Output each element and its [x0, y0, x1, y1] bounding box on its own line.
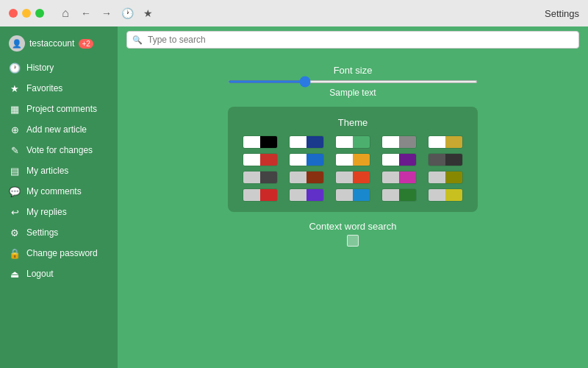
swatch-top-3 [382, 136, 399, 148]
swatch-bottom-17 [353, 189, 370, 201]
swatch-top-7 [336, 154, 353, 166]
sidebar-item-vote-for-changes[interactable]: ✎ Vote for changes [0, 140, 118, 160]
context-toggle[interactable] [347, 235, 359, 247]
swatch-colors-15 [243, 188, 278, 202]
theme-swatch-13[interactable] [378, 171, 420, 184]
swatch-bottom-18 [399, 189, 416, 201]
sample-text: Sample text [329, 88, 376, 98]
swatch-colors-2 [335, 135, 370, 149]
sidebar-item-project-comments[interactable]: ▦ Project comments [0, 99, 118, 119]
context-label: Context word search [309, 221, 396, 232]
settings-title: Settings [545, 8, 579, 19]
swatch-top-8 [382, 154, 399, 166]
swatch-bottom-2 [353, 136, 370, 148]
sidebar-item-settings[interactable]: ⚙ Settings [0, 222, 118, 243]
nav-icons: ⌂ ← → 🕐 ★ [57, 5, 156, 21]
close-button[interactable] [9, 9, 18, 18]
swatch-top-9 [429, 154, 445, 166]
theme-swatch-0[interactable] [240, 135, 282, 149]
theme-label: Theme [338, 117, 368, 128]
sidebar-item-history[interactable]: 🕐 History [0, 57, 118, 78]
sidebar-label-history: History [26, 63, 54, 73]
project-comments-icon: ▦ [9, 103, 21, 115]
search-wrap [126, 31, 579, 49]
theme-swatch-17[interactable] [332, 188, 374, 202]
font-size-slider[interactable] [228, 80, 478, 83]
theme-swatch-6[interactable] [286, 153, 328, 166]
home-icon[interactable]: ⌂ [57, 5, 74, 21]
context-section: Context word search [309, 221, 396, 247]
avatar: 👤 [9, 35, 25, 52]
history-icon[interactable]: 🕐 [119, 5, 135, 21]
sidebar-item-logout[interactable]: ⏏ Logout [0, 263, 118, 284]
user-badge: +2 [79, 39, 93, 49]
theme-swatch-14[interactable] [424, 171, 466, 184]
theme-swatch-18[interactable] [378, 188, 420, 202]
theme-swatch-10[interactable] [240, 171, 282, 184]
sidebar-item-my-replies[interactable]: ↩ My replies [0, 202, 118, 222]
swatch-bottom-12 [353, 171, 370, 183]
theme-swatch-1[interactable] [286, 135, 328, 149]
swatch-bottom-0 [260, 136, 277, 148]
vote-for-changes-icon: ✎ [9, 144, 21, 156]
my-articles-icon: ▤ [9, 165, 21, 177]
my-replies-icon: ↩ [9, 206, 21, 218]
sidebar-label-my-articles: My articles [26, 166, 68, 176]
swatch-colors-14 [428, 171, 463, 184]
swatch-top-5 [243, 154, 260, 166]
theme-swatch-15[interactable] [240, 188, 282, 202]
theme-grid [240, 135, 466, 202]
swatch-bottom-4 [445, 136, 462, 148]
minimize-button[interactable] [22, 9, 31, 18]
swatch-top-13 [382, 171, 399, 183]
swatch-colors-9 [428, 153, 463, 166]
sidebar-item-change-password[interactable]: 🔒 Change password [0, 243, 118, 263]
forward-icon[interactable]: → [98, 5, 115, 21]
swatch-bottom-19 [445, 189, 462, 201]
sidebar-item-add-new-article[interactable]: ⊕ Add new article [0, 119, 118, 140]
bookmark-icon[interactable]: ★ [140, 5, 156, 21]
theme-swatch-8[interactable] [378, 153, 420, 166]
theme-swatch-5[interactable] [240, 153, 282, 166]
fullscreen-button[interactable] [35, 9, 44, 18]
swatch-bottom-10 [260, 171, 277, 183]
content-area: Font size Sample text Theme [118, 26, 588, 368]
sidebar-item-favorites[interactable]: ★ Favorites [0, 78, 118, 99]
swatch-top-2 [336, 136, 353, 148]
sidebar-label-add-new-article: Add new article [26, 124, 87, 135]
font-size-label: Font size [334, 65, 373, 76]
theme-swatch-19[interactable] [424, 188, 466, 202]
theme-swatch-16[interactable] [286, 188, 328, 202]
swatch-colors-17 [335, 188, 370, 202]
settings-content: Font size Sample text Theme [118, 53, 588, 368]
theme-swatch-4[interactable] [424, 135, 466, 149]
theme-swatch-3[interactable] [378, 135, 420, 149]
swatch-top-1 [290, 136, 306, 148]
theme-swatch-2[interactable] [332, 135, 374, 149]
swatch-bottom-8 [399, 154, 416, 166]
add-new-article-icon: ⊕ [9, 124, 21, 135]
theme-swatch-11[interactable] [286, 171, 328, 184]
swatch-colors-0 [243, 135, 278, 149]
swatch-colors-4 [428, 135, 463, 149]
sidebar-label-change-password: Change password [26, 248, 98, 258]
swatch-top-18 [382, 189, 399, 201]
swatch-colors-13 [381, 171, 417, 184]
swatch-bottom-6 [306, 154, 323, 166]
sidebar-label-vote-for-changes: Vote for changes [26, 145, 93, 155]
sidebar-label-favorites: Favorites [26, 83, 62, 93]
swatch-bottom-9 [445, 154, 462, 166]
search-input[interactable] [126, 31, 579, 49]
swatch-top-15 [243, 189, 260, 201]
swatch-bottom-16 [306, 189, 323, 201]
back-icon[interactable]: ← [78, 5, 94, 21]
theme-swatch-12[interactable] [332, 171, 374, 184]
swatch-colors-7 [335, 153, 370, 166]
sidebar-item-my-articles[interactable]: ▤ My articles [0, 160, 118, 181]
sidebar-label-my-comments: My comments [26, 186, 82, 197]
swatch-bottom-3 [399, 136, 416, 148]
sidebar-item-my-comments[interactable]: 💬 My comments [0, 181, 118, 202]
swatch-top-10 [243, 171, 260, 183]
theme-swatch-7[interactable] [332, 153, 374, 166]
theme-swatch-9[interactable] [424, 153, 466, 166]
